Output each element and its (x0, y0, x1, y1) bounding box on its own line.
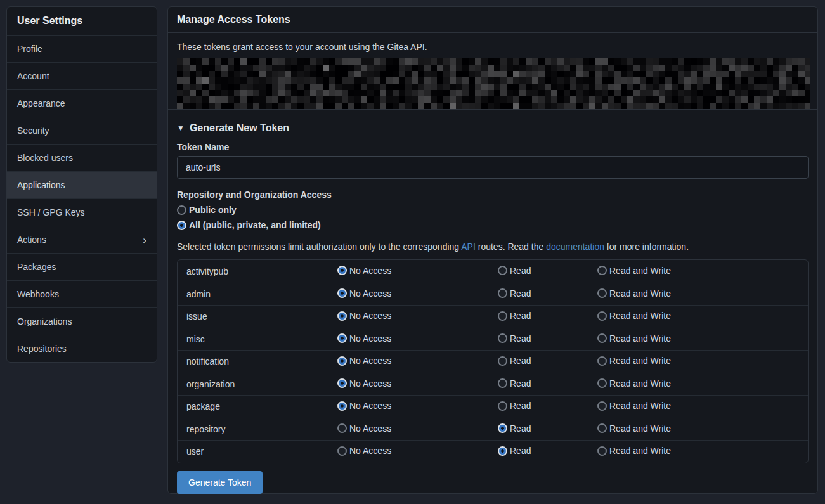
scope-radio-label: No Access (349, 288, 391, 299)
scope-option-cell: No Access (337, 401, 498, 413)
sidebar-item-organizations[interactable]: Organizations (7, 307, 157, 335)
token-name-input[interactable] (177, 156, 809, 179)
scope-row-issue: issue No Access Read Read and Write (178, 305, 808, 328)
permissions-note-text: routes. Read the (476, 242, 546, 252)
scope-name: admin (178, 289, 337, 299)
scope-radio-package-read[interactable]: Read (498, 401, 531, 411)
scope-option-cell: Read (498, 356, 597, 368)
scope-radio-misc-read-and-write[interactable]: Read and Write (597, 333, 671, 344)
scope-radio-activitypub-no-access[interactable]: No Access (337, 266, 391, 276)
sidebar-item-appearance[interactable]: Appearance (7, 89, 157, 117)
scope-radio-repository-read-and-write[interactable]: Read and Write (597, 423, 671, 434)
scope-radio-label: Read (510, 333, 531, 344)
scope-radio-user-no-access[interactable]: No Access (337, 446, 391, 456)
documentation-link[interactable]: documentation (546, 242, 604, 252)
scope-radio-label: Read and Write (609, 401, 671, 411)
access-option-public-only[interactable]: Public only (177, 205, 237, 215)
radio-icon (597, 266, 607, 275)
token-list-section: These tokens grant access to your accoun… (168, 33, 817, 110)
radio-icon (337, 266, 347, 275)
radio-icon (498, 288, 507, 298)
generate-token-button[interactable]: Generate Token (177, 471, 263, 494)
scope-option-cell: Read (498, 378, 597, 391)
scope-radio-label: Read (510, 356, 531, 366)
sidebar-item-applications[interactable]: Applications (7, 171, 157, 198)
scope-radio-issue-read[interactable]: Read (498, 311, 531, 321)
radio-icon (597, 446, 607, 456)
sidebar-item-repositories[interactable]: Repositories (7, 335, 157, 362)
radio-icon (498, 266, 507, 275)
access-option-label: Public only (189, 205, 237, 215)
scope-radio-organization-read-and-write[interactable]: Read and Write (597, 378, 671, 389)
scope-name: activitypub (178, 266, 337, 276)
scope-radio-activitypub-read-and-write[interactable]: Read and Write (597, 266, 671, 276)
scope-option-cell: Read (498, 288, 597, 300)
scope-radio-admin-no-access[interactable]: No Access (337, 288, 391, 299)
scope-option-cell: Read (498, 446, 597, 458)
radio-icon (498, 423, 507, 433)
scope-radio-notification-read[interactable]: Read (498, 356, 531, 366)
scope-radio-admin-read-and-write[interactable]: Read and Write (597, 288, 671, 299)
scope-radio-issue-no-access[interactable]: No Access (337, 311, 391, 321)
scope-radio-label: Read and Write (609, 311, 671, 321)
scope-radio-label: Read (510, 266, 531, 276)
scope-radio-label: Read and Write (609, 333, 671, 344)
radio-icon (337, 401, 347, 411)
scope-option-cell: No Access (337, 266, 498, 278)
generate-new-token-title: Generate New Token (190, 122, 289, 134)
scope-radio-organization-read[interactable]: Read (498, 378, 531, 389)
scope-radio-issue-read-and-write[interactable]: Read and Write (597, 311, 671, 321)
scope-option-cell: No Access (337, 356, 498, 368)
scope-radio-user-read-and-write[interactable]: Read and Write (597, 446, 671, 456)
tokens-description: These tokens grant access to your accoun… (177, 41, 809, 53)
access-scope-label: Repository and Organization Access (177, 190, 809, 200)
sidebar-item-label: Webhooks (17, 289, 59, 299)
permissions-note: Selected token permissions limit authori… (177, 240, 809, 253)
radio-icon (177, 221, 186, 230)
scope-radio-label: Read (510, 423, 531, 434)
token-name-label: Token Name (177, 142, 809, 152)
sidebar-item-webhooks[interactable]: Webhooks (7, 280, 157, 307)
scope-radio-misc-read[interactable]: Read (498, 333, 531, 344)
scope-radio-misc-no-access[interactable]: No Access (337, 333, 391, 344)
scope-radio-label: No Access (349, 356, 391, 366)
radio-icon (337, 446, 347, 456)
sidebar-item-packages[interactable]: Packages (7, 253, 157, 280)
scope-radio-organization-no-access[interactable]: No Access (337, 378, 391, 389)
sidebar-item-profile[interactable]: Profile (7, 35, 157, 62)
sidebar-item-blocked-users[interactable]: Blocked users (7, 144, 157, 171)
scope-radio-notification-read-and-write[interactable]: Read and Write (597, 356, 671, 366)
scope-option-cell: No Access (337, 311, 498, 323)
scope-radio-admin-read[interactable]: Read (498, 288, 531, 299)
scope-radio-package-no-access[interactable]: No Access (337, 401, 391, 411)
scope-name: package (178, 401, 337, 411)
scope-radio-label: Read and Write (609, 378, 671, 389)
sidebar-item-label: SSH / GPG Keys (17, 207, 85, 217)
scope-radio-notification-no-access[interactable]: No Access (337, 356, 391, 366)
sidebar-item-account[interactable]: Account (7, 62, 157, 89)
access-option-row: All (public, private, and limited) (177, 220, 809, 230)
sidebar-item-label: Blocked users (17, 153, 73, 163)
scope-option-cell: Read and Write (597, 311, 808, 323)
sidebar-title: User Settings (7, 7, 157, 35)
sidebar-item-label: Security (17, 126, 49, 136)
sidebar-item-actions[interactable]: Actions › (7, 226, 157, 253)
scope-radio-label: No Access (349, 311, 391, 321)
generate-new-token-toggle[interactable]: ▼ Generate New Token (177, 122, 809, 134)
scope-radio-activitypub-read[interactable]: Read (498, 266, 531, 276)
sidebar-item-label: Repositories (17, 344, 67, 354)
radio-icon (498, 356, 507, 366)
sidebar-item-security[interactable]: Security (7, 117, 157, 144)
scope-radio-repository-read[interactable]: Read (498, 423, 531, 434)
scope-name: notification (178, 356, 337, 366)
scope-radio-user-read[interactable]: Read (498, 446, 531, 456)
scope-radio-label: Read and Write (609, 423, 671, 434)
api-link[interactable]: API (461, 242, 476, 252)
sidebar-item-ssh-gpg-keys[interactable]: SSH / GPG Keys (7, 198, 157, 226)
scope-radio-repository-no-access[interactable]: No Access (337, 423, 391, 434)
scope-radio-label: Read and Write (609, 356, 671, 366)
scope-option-cell: No Access (337, 378, 498, 391)
scope-radio-package-read-and-write[interactable]: Read and Write (597, 401, 671, 411)
access-option-all[interactable]: All (public, private, and limited) (177, 220, 321, 230)
scope-option-cell: No Access (337, 333, 498, 346)
